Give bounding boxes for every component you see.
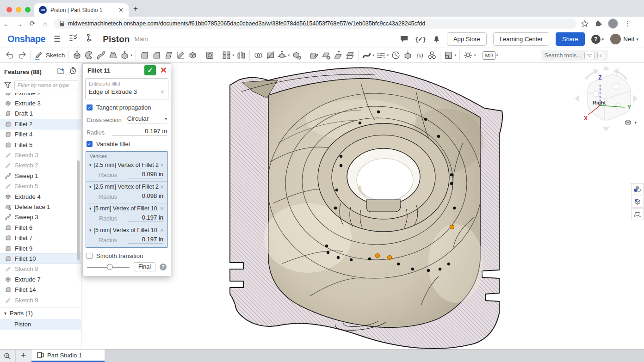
boolean-tool-button[interactable] (252, 49, 264, 61)
feature-item-fillet-9[interactable]: Fillet 9 (0, 243, 81, 253)
search-tabs-button[interactable] (0, 350, 16, 362)
revolve-tool-button[interactable] (83, 49, 95, 61)
feature-item-extrude-4[interactable]: Extrude 4 (0, 191, 81, 202)
feature-item-fillet-4[interactable]: Fillet 4 (0, 129, 81, 140)
replace-face-tool-button[interactable] (344, 49, 356, 61)
minimize-window-button[interactable] (16, 7, 21, 12)
browser-menu-icon[interactable]: ⋮ (624, 19, 631, 28)
feature-item-fillet-10[interactable]: Fillet 10 (0, 253, 81, 264)
browser-profile-avatar[interactable] (608, 18, 618, 29)
feature-item-extrude-2[interactable]: Extrude 2 (0, 93, 81, 98)
feature-item-extrude-3[interactable]: Extrude 3 (0, 98, 81, 108)
undo-tool-button[interactable] (4, 49, 16, 61)
versions-icon[interactable] (69, 34, 78, 44)
extensions-puzzle-icon[interactable] (594, 20, 602, 27)
sweep-tool-button[interactable] (95, 49, 107, 61)
part-studio-tab[interactable]: Part Studio 1 (31, 350, 105, 362)
remove-vertex-icon[interactable]: ✕ (160, 206, 164, 212)
add-tab-button[interactable]: + (16, 350, 31, 362)
linear-pattern-tool-button[interactable]: ▾ (221, 49, 235, 61)
variable-fillet-checkbox[interactable]: ✓ (87, 141, 93, 147)
slider-handle[interactable] (107, 264, 113, 270)
shell-tool-button[interactable] (186, 49, 198, 61)
exploded-view-panel-button[interactable] (631, 208, 644, 220)
filter-funnel-icon[interactable] (4, 82, 11, 88)
feature-item-sweep-3[interactable]: Sweep 3 (0, 212, 81, 222)
entities-to-fillet-field[interactable]: Entities to fillet Edge of Extrude 3 ✕ (85, 78, 168, 99)
vertex-entry[interactable]: ▾[5 mm] Vertex of Fillet 10✕Radius0.197 … (86, 225, 167, 246)
fillet-tool-button[interactable] (138, 49, 150, 61)
onshape-logo[interactable]: Onshape (7, 34, 45, 44)
feature-item-extrude-7[interactable]: Extrude 7 (0, 274, 81, 284)
smooth-transition-checkbox[interactable] (87, 253, 93, 259)
smooth-transition-row[interactable]: Smooth transition (87, 252, 167, 259)
part-item-piston[interactable]: Piston (0, 319, 81, 330)
document-title[interactable]: Piston (103, 34, 130, 44)
feature-item-fillet-2[interactable]: Fillet 2 (0, 119, 81, 129)
feature-item-sketch-3[interactable]: Sketch 3 (0, 150, 81, 160)
variable-fillet-row[interactable]: ✓ Variable fillet (87, 141, 167, 147)
feature-item-sketch-9[interactable]: Sketch 9 (0, 295, 81, 305)
forward-icon[interactable]: → (13, 20, 26, 28)
feature-item-sketch-8[interactable]: Sketch 8 (0, 264, 81, 274)
surface-tool-button[interactable]: ▾ (361, 49, 375, 61)
tangent-propagation-checkbox[interactable]: ✓ (87, 104, 93, 110)
dialog-accept-button[interactable]: ✓ (144, 65, 156, 75)
browser-tab[interactable]: On Piston | Part Studio 1 ✕ (34, 3, 129, 17)
insert-folder-icon[interactable] (57, 67, 65, 76)
loft-tool-button[interactable] (107, 49, 119, 61)
view-settings-button[interactable]: ▾ (624, 118, 637, 127)
variables-tool-button[interactable]: (x) (414, 49, 426, 61)
mirror-tool-button[interactable] (235, 49, 247, 61)
instances-tool-button[interactable] (426, 49, 438, 61)
learning-center-button[interactable]: Learning Center (493, 32, 549, 46)
feature-item-draft-1[interactable]: Draft 1 (0, 109, 81, 119)
feature-item-delete-face-1[interactable]: Delete face 1 (0, 202, 81, 212)
app-store-button[interactable]: App Store (447, 32, 487, 46)
preview-slider[interactable] (87, 264, 130, 270)
tab-close-icon[interactable]: ✕ (117, 6, 125, 13)
comments-icon[interactable] (400, 35, 409, 43)
back-icon[interactable]: ← (0, 20, 13, 28)
feature-item-sketch-2[interactable]: Sketch 2 (0, 160, 81, 171)
feature-item-fillet-14[interactable]: Fillet 14 (0, 284, 81, 295)
chevron-down-icon[interactable]: ▾ (89, 184, 92, 189)
transform-tool-button[interactable]: ▾ (276, 49, 291, 61)
reload-icon[interactable]: ⟳ (26, 19, 39, 28)
window-controls[interactable] (6, 7, 31, 12)
composite-curve-tool-button[interactable]: ▾ (375, 49, 390, 61)
modify-fillet-tool-button[interactable] (308, 49, 320, 61)
feature-item-sketch-5[interactable]: Sketch 5 (0, 181, 81, 191)
radius-input[interactable]: 0.197 in (112, 128, 167, 136)
import-tool-button[interactable] (402, 49, 414, 61)
help-menu[interactable]: ?▾ (591, 35, 604, 44)
cross-section-dropdown[interactable]: Circular ▾ (127, 115, 167, 123)
appearances-panel-button[interactable] (631, 183, 644, 195)
feature-item-fillet-7[interactable]: Fillet 7 (0, 233, 81, 243)
thicken-tool-button[interactable]: ▾ (119, 49, 133, 61)
dialog-cancel-button[interactable]: ✕ (160, 65, 167, 75)
extrude-tool-button[interactable] (71, 49, 83, 61)
remove-vertex-icon[interactable]: ✕ (160, 227, 164, 233)
custom-features-tool-button[interactable]: MD▾ (482, 49, 499, 61)
close-window-button[interactable] (6, 7, 12, 12)
final-button[interactable]: Final (134, 262, 155, 271)
feature-item-fillet-5[interactable]: Fillet 5 (0, 140, 81, 150)
vertex-radius-input[interactable]: 0.197 in (128, 214, 163, 222)
feature-filter-input[interactable] (14, 80, 77, 90)
chevron-down-icon[interactable]: ▾ (89, 163, 92, 167)
new-tab-button[interactable]: + (133, 4, 138, 13)
vertex-radius-input[interactable]: 0.098 in (128, 192, 163, 200)
create-version-icon[interactable] (86, 34, 93, 44)
preferences-tool-button[interactable]: ▾ (462, 49, 477, 61)
piston-model[interactable] (222, 65, 509, 349)
vertex-radius-input[interactable]: 0.098 in (128, 171, 163, 178)
parts-section-header[interactable]: ▾ Parts (1) (0, 307, 81, 319)
measure-tool-button[interactable] (390, 49, 402, 61)
dialog-help-icon[interactable]: ? (160, 264, 167, 270)
hole-tool-button[interactable] (204, 49, 216, 61)
split-tool-button[interactable] (264, 49, 276, 61)
user-menu[interactable]: Neil ▾ (610, 34, 638, 44)
remove-vertex-icon[interactable]: ✕ (160, 184, 164, 190)
chamfer-tool-button[interactable] (150, 49, 162, 61)
